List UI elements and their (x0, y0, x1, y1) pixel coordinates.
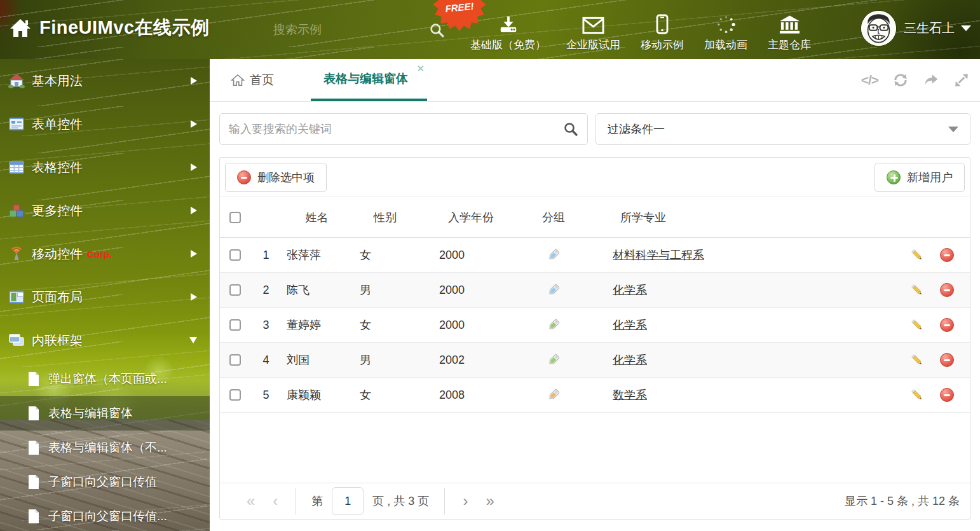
keyword-search[interactable] (219, 113, 588, 145)
sidebar: 基本用法 表单控件 表格控件 更多 (0, 59, 210, 531)
sidebar-subitem[interactable]: 子窗口向父窗口传值 (0, 465, 210, 499)
table-row: 1 张萍萍 女 2000 材料科学与工程系 (220, 238, 970, 273)
user-menu[interactable]: 三生石上 (861, 11, 971, 46)
edit-icon[interactable] (909, 317, 925, 333)
share-icon[interactable] (923, 72, 939, 88)
source-code-icon[interactable]: </> (861, 72, 878, 88)
sidebar-subitem[interactable]: 子窗口向父窗口传值... (0, 499, 210, 531)
tab-grid-edit-window[interactable]: 表格与编辑窗体 ✕ (311, 59, 427, 101)
row-checkbox[interactable] (229, 284, 241, 296)
nav-loading-animation[interactable]: 加载动画 (694, 13, 758, 52)
sidebar-item-more-controls[interactable]: 更多控件 (0, 189, 210, 232)
row-name: 刘国 (280, 352, 353, 368)
row-checkbox[interactable] (229, 249, 241, 261)
edit-icon[interactable] (909, 387, 925, 403)
search-icon[interactable] (563, 121, 578, 137)
row-checkbox[interactable] (229, 354, 241, 366)
nav-basic-edition[interactable]: 基础版（免费） (460, 13, 556, 52)
add-user-button[interactable]: 新增用户 (875, 163, 965, 192)
prev-page-button[interactable]: ‹ (264, 493, 287, 509)
nav-label: 主题仓库 (768, 38, 811, 52)
home-icon[interactable] (9, 17, 32, 39)
delete-icon[interactable] (940, 318, 954, 332)
sidebar-item-basic-usage[interactable]: 基本用法 (0, 59, 210, 102)
caret-down-icon (948, 127, 958, 132)
tab-bar: 首页 表格与编辑窗体 ✕ </> (210, 59, 980, 102)
first-page-button[interactable]: « (238, 493, 264, 509)
sidebar-item-label: 基本用法 (32, 72, 83, 90)
major-link[interactable]: 化学系 (613, 352, 647, 368)
tab-home[interactable]: 首页 (231, 59, 274, 101)
close-icon[interactable]: ✕ (416, 64, 425, 73)
keyword-search-input[interactable] (229, 123, 563, 136)
major-link[interactable]: 化学系 (613, 317, 647, 333)
chevron-down-icon (189, 337, 197, 343)
sidebar-subitem[interactable]: 表格与编辑窗体 (0, 396, 210, 431)
header-search[interactable] (273, 19, 400, 41)
delete-icon[interactable] (940, 388, 954, 402)
sidebar-subitem[interactable]: 表格与编辑窗体（不... (0, 431, 210, 465)
column-header-major: 所学专业 (582, 210, 894, 225)
delete-icon[interactable] (940, 248, 954, 262)
sidebar-item-inline-frame[interactable]: 内联框架 (0, 319, 210, 362)
tag-icon (547, 248, 561, 262)
row-gender: 男 (353, 282, 417, 298)
spinner-icon (716, 13, 736, 34)
table-empty-space (220, 413, 970, 483)
sidebar-subitem-label: 表格与编辑窗体 (48, 405, 133, 422)
major-link[interactable]: 化学系 (613, 282, 647, 298)
filter-select[interactable]: 过滤条件一 (595, 113, 970, 145)
search-icon[interactable] (429, 22, 445, 38)
header-search-input[interactable] (273, 23, 429, 37)
last-page-button[interactable]: » (477, 493, 503, 509)
delete-selected-label: 删除选中项 (257, 170, 315, 185)
sidebar-subitem-label: 表格与编辑窗体（不... (48, 439, 167, 456)
row-index: 1 (252, 249, 280, 262)
tab-label: 首页 (250, 72, 274, 88)
major-link[interactable]: 数学系 (613, 387, 647, 403)
row-year: 2000 (417, 319, 525, 332)
form-icon (8, 116, 25, 132)
tag-icon (547, 318, 561, 332)
sidebar-subitem-label: 子窗口向父窗口传值 (48, 474, 157, 490)
sidebar-subitem-label: 子窗口向父窗口传值... (48, 508, 167, 525)
sidebar-item-grid-controls[interactable]: 表格控件 (0, 146, 210, 189)
row-index: 3 (252, 319, 280, 332)
header-nav: 基础版（免费） 企业版试用 移动示例 加载动画 (460, 13, 821, 52)
home-icon (8, 72, 25, 89)
page-number-input[interactable] (332, 487, 364, 515)
row-checkbox[interactable] (229, 319, 241, 331)
select-all-checkbox[interactable] (229, 212, 241, 223)
side-menu: 基本用法 表单控件 表格控件 更多 (0, 59, 210, 531)
brand: FineUIMvc在线示例 (9, 15, 210, 41)
nav-enterprise-trial[interactable]: 企业版试用 (556, 13, 630, 52)
sidebar-item-form-controls[interactable]: 表单控件 (0, 102, 210, 146)
table-row: 5 康颖颖 女 2008 数学系 (220, 378, 970, 413)
sidebar-subitem[interactable]: 弹出窗体（本页面或... (0, 362, 210, 396)
grid-toolbar: 删除选中项 新增用户 (220, 158, 970, 197)
edit-icon[interactable] (909, 247, 925, 263)
table-header: 姓名 性别 入学年份 分组 所学专业 (220, 197, 970, 238)
delete-icon[interactable] (940, 283, 954, 297)
sidebar-item-mobile-controls[interactable]: 移动控件 Corp. (0, 232, 210, 275)
nav-mobile-demo[interactable]: 移动示例 (630, 13, 694, 52)
nav-label: 移动示例 (641, 38, 684, 52)
edit-icon[interactable] (909, 352, 925, 368)
next-page-button[interactable]: › (454, 493, 477, 509)
row-year: 2002 (417, 354, 525, 367)
row-checkbox[interactable] (229, 389, 241, 401)
refresh-icon[interactable] (892, 72, 909, 88)
major-link[interactable]: 材料科学与工程系 (613, 247, 704, 263)
nav-theme-store[interactable]: 主题仓库 (758, 13, 821, 52)
delete-icon[interactable] (940, 353, 954, 367)
row-index: 4 (252, 354, 280, 367)
delete-selected-button[interactable]: 删除选中项 (225, 163, 327, 192)
sidebar-item-label: 移动控件 (32, 245, 83, 263)
app: FineUIMvc在线示例 FREE! 基础版（免费） 企 (0, 0, 980, 531)
column-header-year: 入学年份 (417, 210, 525, 225)
filter-row: 过滤条件一 (219, 113, 970, 145)
edit-icon[interactable] (909, 282, 925, 298)
expand-icon[interactable] (953, 72, 970, 88)
sidebar-item-page-layout[interactable]: 页面布局 (0, 275, 210, 319)
chevron-right-icon (191, 250, 197, 258)
